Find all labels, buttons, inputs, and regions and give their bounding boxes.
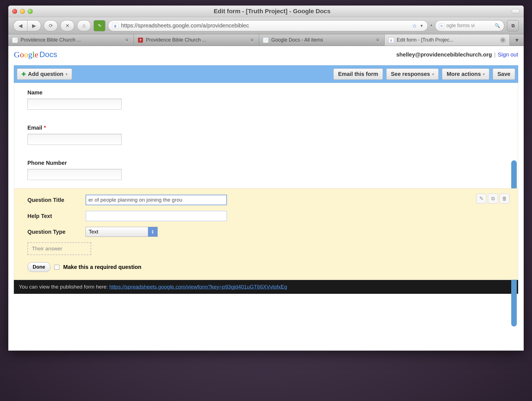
browser-toolbar: ◀ ▶ ⟳ ✕ ⌂ ✎ g https://spreadsheets.googl… bbox=[8, 17, 524, 34]
see-responses-button[interactable]: See responses▾ bbox=[386, 68, 439, 80]
question-title-row: Question Title bbox=[27, 195, 505, 205]
tab-label: Google Docs - All items bbox=[271, 37, 372, 43]
arrow-left-icon: ◀ bbox=[19, 23, 22, 29]
tab-close-icon[interactable]: ✕ bbox=[124, 37, 130, 43]
tab-close-icon[interactable]: ✕ bbox=[249, 37, 255, 43]
tab-overview-button[interactable]: ⧉ bbox=[507, 20, 519, 31]
titlebar: Edit form - [Truth Project] - Google Doc… bbox=[8, 6, 524, 17]
site-favicon: g bbox=[112, 23, 118, 29]
name-input[interactable] bbox=[27, 99, 122, 110]
tab-label: Providence Bible Church ... bbox=[21, 37, 121, 43]
reload-icon: ⟳ bbox=[49, 23, 53, 29]
page-icon: 📄 bbox=[12, 37, 18, 43]
minimize-window-button[interactable] bbox=[20, 9, 25, 14]
search-box[interactable]: G ogle forms vi 🔍 bbox=[435, 20, 504, 31]
search-placeholder: ogle forms vi bbox=[446, 23, 492, 29]
tab-0[interactable]: 📄 Providence Bible Church ... ✕ bbox=[8, 34, 134, 46]
sign-out-link[interactable]: Sign out bbox=[498, 52, 518, 58]
docs-label: Docs bbox=[39, 50, 57, 59]
done-button[interactable]: Done bbox=[27, 262, 50, 272]
home-button[interactable]: ⌂ bbox=[77, 20, 91, 31]
question-type-select[interactable]: Text ▲▼ bbox=[86, 227, 158, 237]
caret-down-icon: ▾ bbox=[483, 72, 485, 76]
google-logo: Google bbox=[14, 50, 38, 59]
close-icon: ✕ bbox=[65, 23, 70, 29]
tab-close-icon[interactable]: ✕ bbox=[500, 37, 506, 43]
field-label-phone: Phone Number bbox=[27, 160, 505, 166]
published-form-footer: You can view the published form here: ht… bbox=[14, 280, 518, 294]
published-form-link[interactable]: https://spreadsheets.google.com/viewform… bbox=[109, 284, 287, 290]
form-action-bar: ✚ Add question ▾ Email this form See res… bbox=[14, 65, 518, 83]
url-text: https://spreadsheets.google.com/a/provid… bbox=[121, 22, 409, 29]
phone-input[interactable] bbox=[27, 169, 122, 180]
required-asterisk: * bbox=[44, 125, 46, 131]
question-type-value: Text bbox=[89, 229, 98, 235]
tab-label: Providence Bible Church ... bbox=[146, 37, 247, 43]
dropdown-icon[interactable]: ▼ bbox=[420, 24, 424, 28]
answer-placeholder-box: Their answer bbox=[27, 242, 91, 255]
address-bar[interactable]: g https://spreadsheets.google.com/a/prov… bbox=[108, 20, 428, 31]
question-title-label: Question Title bbox=[27, 197, 86, 203]
help-text-row: Help Text bbox=[27, 211, 505, 221]
form-canvas: ▲ ▼ Name Email * Phone Number ✎ ⧉ 🗑 bbox=[14, 83, 518, 280]
magnifier-icon: 🔍 bbox=[495, 23, 500, 28]
separator-dot: • bbox=[431, 23, 432, 29]
caret-down-icon: ▾ bbox=[432, 72, 434, 76]
forward-button[interactable]: ▶ bbox=[27, 20, 41, 31]
page-icon: ✝ bbox=[138, 37, 143, 43]
bookmark-star-icon[interactable]: ☆ bbox=[412, 22, 417, 29]
user-email: shelley@providencebiblechurch.org bbox=[396, 52, 492, 58]
tab-label: Edit form - [Truth Projec... bbox=[397, 37, 498, 43]
google-docs-header: Google Docs shelley@providencebiblechurc… bbox=[8, 46, 524, 61]
window-title: Edit form - [Truth Project] - Google Doc… bbox=[33, 8, 511, 15]
reload-button[interactable]: ⟳ bbox=[44, 20, 58, 31]
edit-icon[interactable]: ✎ bbox=[476, 194, 486, 204]
home-icon: ⌂ bbox=[83, 23, 86, 29]
stop-button[interactable]: ✕ bbox=[60, 20, 74, 31]
evernote-button[interactable]: ✎ bbox=[94, 20, 105, 31]
email-form-button[interactable]: Email this form bbox=[333, 68, 383, 80]
tab-bar: 📄 Providence Bible Church ... ✕ ✝ Provid… bbox=[8, 34, 524, 46]
google-search-icon: G bbox=[439, 23, 444, 28]
tab-close-icon[interactable]: ✕ bbox=[375, 37, 380, 43]
tab-2[interactable]: 📄 Google Docs - All items ✕ bbox=[259, 34, 385, 46]
select-arrows-icon: ▲▼ bbox=[148, 227, 157, 237]
tab-1[interactable]: ✝ Providence Bible Church ... ✕ bbox=[134, 34, 259, 46]
save-button[interactable]: Save bbox=[493, 68, 515, 80]
duplicate-icon[interactable]: ⧉ bbox=[488, 194, 498, 204]
field-label-name: Name bbox=[27, 89, 505, 96]
required-checkbox[interactable] bbox=[54, 265, 59, 270]
editor-footer-row: Done Make this a required question bbox=[27, 262, 505, 272]
help-text-input[interactable] bbox=[86, 211, 227, 221]
editor-action-icons: ✎ ⧉ 🗑 bbox=[476, 194, 510, 204]
close-window-button[interactable] bbox=[12, 9, 17, 14]
nav-back-forward: ◀ ▶ bbox=[13, 20, 41, 31]
delete-icon[interactable]: 🗑 bbox=[500, 194, 510, 204]
field-label-email: Email * bbox=[27, 125, 505, 131]
required-checkbox-label: Make this a required question bbox=[63, 264, 141, 270]
plus-icon: ✚ bbox=[22, 71, 26, 77]
add-question-button[interactable]: ✚ Add question ▾ bbox=[17, 68, 72, 80]
question-type-label: Question Type bbox=[27, 229, 86, 235]
question-editor-panel: ✎ ⧉ 🗑 Question Title Help Text Question … bbox=[14, 188, 518, 280]
back-button[interactable]: ◀ bbox=[13, 20, 27, 31]
form-field-phone: Phone Number bbox=[14, 153, 518, 188]
add-question-label: Add question bbox=[28, 71, 63, 77]
question-title-input[interactable] bbox=[86, 195, 227, 205]
zoom-window-button[interactable] bbox=[28, 9, 33, 14]
page-content: Google Docs shelley@providencebiblechurc… bbox=[8, 46, 524, 351]
page-icon: 📄 bbox=[263, 37, 268, 43]
email-input[interactable] bbox=[27, 134, 122, 145]
more-actions-button[interactable]: More actions▾ bbox=[442, 68, 489, 80]
help-text-label: Help Text bbox=[27, 213, 86, 219]
page-icon: g bbox=[388, 37, 394, 43]
new-tab-button[interactable]: ▾ bbox=[510, 34, 524, 46]
tab-3-active[interactable]: g Edit form - [Truth Projec... ✕ bbox=[385, 34, 510, 46]
question-type-row: Question Type Text ▲▼ bbox=[27, 227, 505, 237]
traffic-lights bbox=[12, 9, 33, 14]
footer-prefix: You can view the published form here: bbox=[19, 284, 109, 290]
arrow-right-icon: ▶ bbox=[32, 23, 36, 29]
toolbar-toggle-button[interactable] bbox=[511, 9, 520, 14]
form-field-email: Email * bbox=[14, 118, 518, 153]
browser-window: Edit form - [Truth Project] - Google Doc… bbox=[8, 6, 524, 351]
